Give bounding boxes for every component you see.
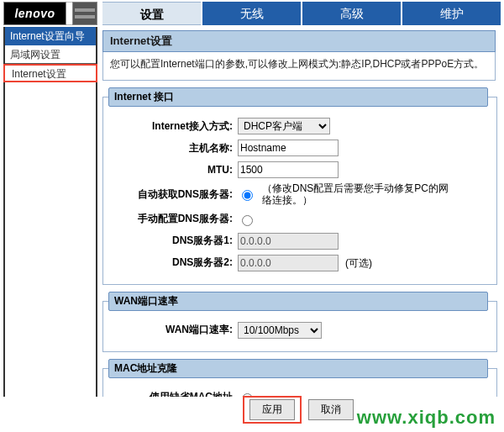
cancel-button[interactable]: 取消: [308, 399, 354, 420]
top-tabs: 设置 无线 高级 维护: [102, 2, 501, 25]
sidebar-item-internet[interactable]: Internet设置: [3, 64, 97, 82]
label-access-mode: Internet接入方式:: [112, 119, 238, 134]
hint-auto-dns: （修改DNS配置后需要您手动修复PC的网络连接。）: [262, 182, 455, 207]
section-title: Internet设置: [102, 30, 496, 52]
label-wan-speed: WAN端口速率:: [112, 323, 238, 337]
highlight-apply: 应用: [243, 396, 302, 424]
logo-stripe: [72, 2, 97, 25]
panel-internet-interface: Internet 接口 Internet接入方式: DHCP客户端 主机名称: …: [102, 87, 497, 285]
input-hostname[interactable]: [238, 140, 339, 156]
tab-wireless[interactable]: 无线: [201, 2, 301, 25]
panel-legend-interface: Internet 接口: [108, 87, 488, 107]
label-auto-dns: 自动获取DNS服务器:: [112, 187, 238, 202]
label-dns1: DNS服务器1:: [112, 234, 238, 248]
tab-maintenance[interactable]: 维护: [401, 2, 501, 25]
input-dns1: [238, 233, 339, 250]
panel-mac-clone: MAC地址克隆 使用缺省MAC地址 使用计算机MAC地址 手动指定MAC地址: [102, 359, 497, 397]
hint-dns2: (可选): [345, 257, 372, 269]
brand-logo: lenovo: [3, 2, 66, 25]
radio-manual-dns[interactable]: [242, 215, 253, 226]
panel-wan-speed: WAN端口速率 WAN端口速率: 10/100Mbps: [102, 292, 497, 352]
tab-advanced[interactable]: 高级: [301, 2, 401, 25]
sidebar-item-lan[interactable]: 局域网设置: [5, 45, 96, 64]
select-wan-speed[interactable]: 10/100Mbps: [238, 322, 322, 339]
input-mtu[interactable]: [238, 161, 339, 178]
panel-legend-mac: MAC地址克隆: [108, 359, 488, 378]
panel-legend-wan: WAN端口速率: [108, 292, 488, 311]
watermark: www.xiqb.com: [357, 407, 496, 429]
input-dns2: [238, 255, 339, 271]
label-hostname: 主机名称:: [112, 141, 238, 155]
tab-settings[interactable]: 设置: [102, 2, 201, 25]
section-description: 您可以配置Internet端口的参数,可以修改上网模式为:静态IP,DHCP或者…: [102, 52, 496, 81]
select-access-mode[interactable]: DHCP客户端: [238, 118, 330, 134]
radio-auto-dns[interactable]: [242, 190, 253, 201]
label-manual-dns: 手动配置DNS服务器:: [112, 212, 238, 226]
label-dns2: DNS服务器2:: [112, 256, 238, 270]
logo-gap: [66, 2, 72, 25]
main-content: Internet设置 您可以配置Internet端口的参数,可以修改上网模式为:…: [97, 27, 501, 397]
apply-button[interactable]: 应用: [249, 399, 295, 420]
sidebar-item-wizard[interactable]: Internet设置向导: [5, 27, 96, 45]
label-mtu: MTU:: [112, 164, 238, 176]
sidebar: Internet设置向导 局域网设置 Internet设置: [3, 27, 97, 397]
